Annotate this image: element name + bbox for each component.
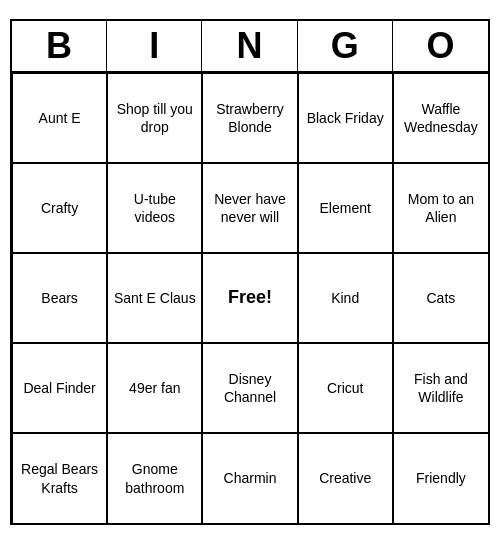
- bingo-cell-1: Shop till you drop: [107, 73, 202, 163]
- bingo-cell-text-15: Deal Finder: [17, 379, 102, 397]
- bingo-cell-text-5: Crafty: [17, 199, 102, 217]
- bingo-cell-text-24: Friendly: [398, 469, 484, 487]
- bingo-cell-text-6: U-tube videos: [112, 190, 197, 226]
- bingo-cell-text-13: Kind: [303, 289, 388, 307]
- bingo-cell-5: Crafty: [12, 163, 107, 253]
- bingo-cell-text-0: Aunt E: [17, 109, 102, 127]
- bingo-cell-text-20: Regal Bears Krafts: [17, 460, 102, 496]
- bingo-cell-text-9: Mom to an Alien: [398, 190, 484, 226]
- bingo-cell-8: Element: [298, 163, 393, 253]
- bingo-cell-23: Creative: [298, 433, 393, 523]
- bingo-cell-text-14: Cats: [398, 289, 484, 307]
- bingo-cell-4: Waffle Wednesday: [393, 73, 488, 163]
- bingo-cell-text-8: Element: [303, 199, 388, 217]
- header-letter-O: O: [393, 21, 488, 71]
- bingo-cell-text-19: Fish and Wildlife: [398, 370, 484, 406]
- bingo-cell-9: Mom to an Alien: [393, 163, 488, 253]
- bingo-cell-text-7: Never have never will: [207, 190, 292, 226]
- bingo-cell-7: Never have never will: [202, 163, 297, 253]
- bingo-cell-18: Cricut: [298, 343, 393, 433]
- bingo-cell-15: Deal Finder: [12, 343, 107, 433]
- bingo-cell-24: Friendly: [393, 433, 488, 523]
- bingo-cell-text-10: Bears: [17, 289, 102, 307]
- bingo-cell-text-12: Free!: [207, 286, 292, 309]
- bingo-cell-text-17: Disney Channel: [207, 370, 292, 406]
- bingo-cell-text-3: Black Friday: [303, 109, 388, 127]
- bingo-cell-text-23: Creative: [303, 469, 388, 487]
- bingo-cell-14: Cats: [393, 253, 488, 343]
- bingo-cell-text-4: Waffle Wednesday: [398, 100, 484, 136]
- bingo-cell-2: Strawberry Blonde: [202, 73, 297, 163]
- bingo-cell-0: Aunt E: [12, 73, 107, 163]
- bingo-grid: Aunt EShop till you dropStrawberry Blond…: [12, 73, 488, 523]
- bingo-cell-19: Fish and Wildlife: [393, 343, 488, 433]
- bingo-card: BINGO Aunt EShop till you dropStrawberry…: [10, 19, 490, 525]
- bingo-cell-17: Disney Channel: [202, 343, 297, 433]
- bingo-cell-21: Gnome bathroom: [107, 433, 202, 523]
- bingo-cell-text-11: Sant E Claus: [112, 289, 197, 307]
- bingo-cell-13: Kind: [298, 253, 393, 343]
- bingo-cell-16: 49er fan: [107, 343, 202, 433]
- bingo-cell-text-22: Charmin: [207, 469, 292, 487]
- bingo-header: BINGO: [12, 21, 488, 73]
- bingo-cell-22: Charmin: [202, 433, 297, 523]
- bingo-cell-20: Regal Bears Krafts: [12, 433, 107, 523]
- header-letter-B: B: [12, 21, 107, 71]
- bingo-cell-6: U-tube videos: [107, 163, 202, 253]
- bingo-cell-text-2: Strawberry Blonde: [207, 100, 292, 136]
- bingo-cell-10: Bears: [12, 253, 107, 343]
- bingo-cell-text-18: Cricut: [303, 379, 388, 397]
- bingo-cell-text-21: Gnome bathroom: [112, 460, 197, 496]
- header-letter-N: N: [202, 21, 297, 71]
- bingo-cell-text-16: 49er fan: [112, 379, 197, 397]
- header-letter-G: G: [298, 21, 393, 71]
- bingo-cell-3: Black Friday: [298, 73, 393, 163]
- header-letter-I: I: [107, 21, 202, 71]
- bingo-cell-11: Sant E Claus: [107, 253, 202, 343]
- bingo-cell-text-1: Shop till you drop: [112, 100, 197, 136]
- bingo-cell-12: Free!: [202, 253, 297, 343]
